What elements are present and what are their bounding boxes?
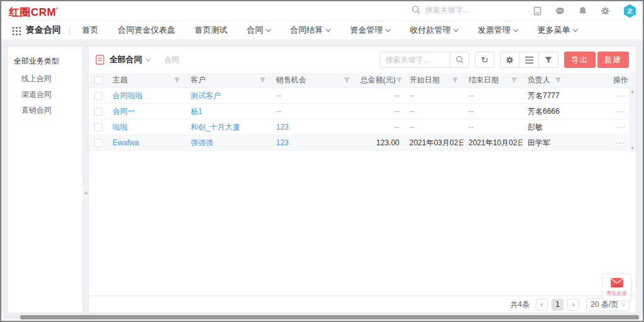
search-icon — [411, 5, 421, 14]
nav-item-home[interactable]: 首页 — [82, 25, 98, 36]
nav-item-fund-management[interactable]: 资金管理 — [350, 25, 390, 36]
table-row[interactable]: 啦啦 和创_十月大厦 123 -- -- -- 彭敏 ··· — [89, 119, 636, 135]
user-avatar[interactable]: 龙 — [623, 4, 636, 18]
contracts-table: 主题 客户 销售机会 总金额(元) 开始日期 结束日期 负责人 操作 合同啦啦 … — [89, 73, 636, 296]
row-checkbox[interactable] — [89, 108, 108, 116]
customer-link[interactable]: 强强强 — [186, 138, 271, 148]
filter-icon[interactable] — [511, 77, 518, 84]
chevron-down-icon — [326, 26, 331, 31]
table-row[interactable]: Ewafwa 强强强 123 123.00 2021年03月02日 2021年1… — [89, 135, 636, 151]
scroll-up-icon[interactable]: ▲ — [630, 88, 635, 95]
export-button[interactable]: 导出 — [564, 52, 596, 68]
filter-icon[interactable] — [343, 77, 350, 84]
select-all-checkbox[interactable] — [89, 76, 108, 84]
row-checkbox[interactable] — [89, 92, 108, 100]
row-more-icon[interactable]: ··· — [616, 124, 626, 130]
row-checkbox[interactable] — [89, 123, 108, 131]
owner-cell: 彭敏 — [523, 122, 567, 133]
nav-item-invoices[interactable]: 发票管理 — [477, 25, 518, 36]
subject-link[interactable]: 合同一 — [108, 106, 186, 117]
amount-cell: -- — [355, 123, 404, 131]
app-window: 红圈CRM° 龙 资金合同 | — [0, 0, 644, 322]
chat-icon[interactable] — [555, 6, 565, 16]
subject-link[interactable]: Ewafwa — [108, 138, 186, 147]
opportunity-link[interactable]: 123 — [271, 123, 355, 131]
sidebar-item-online-contract[interactable]: 线上合同 — [14, 71, 82, 87]
table-vertical-scrollbar[interactable]: ▲ ▼ — [629, 88, 636, 152]
view-selector[interactable]: 全部合同 — [109, 54, 150, 65]
feedback-button[interactable]: 意见反馈 — [602, 274, 631, 301]
row-checkbox[interactable] — [89, 139, 108, 147]
customer-link[interactable]: 杨1 — [186, 106, 271, 117]
opportunity-cell: -- — [271, 107, 355, 116]
subject-link[interactable]: 合同啦啦 — [108, 91, 186, 101]
bell-icon[interactable] — [578, 6, 587, 16]
filter-icon[interactable] — [555, 77, 562, 84]
prev-page-button[interactable]: ‹ — [536, 299, 548, 311]
filter-icon[interactable] — [452, 77, 458, 84]
chevron-down-icon — [266, 26, 271, 31]
nav-item-contract-settlement[interactable]: 合同结算 — [290, 25, 330, 36]
nav-item-contract[interactable]: 合同 — [247, 25, 270, 36]
global-search[interactable] — [411, 5, 480, 14]
customer-link[interactable]: 测试客户 — [186, 91, 271, 101]
column-header-opportunity: 销售机会 — [276, 75, 306, 86]
table-row[interactable]: 合同一 杨1 -- -- -- -- 芳名6666 ··· — [89, 104, 636, 119]
chevron-down-icon — [513, 26, 518, 31]
nav-item-home-test[interactable]: 首页测试 — [194, 25, 227, 36]
next-page-button[interactable]: › — [567, 299, 579, 311]
row-more-icon[interactable]: ··· — [616, 92, 626, 99]
owner-cell: 田学军 — [523, 138, 567, 148]
customer-link[interactable]: 和创_十月大厦 — [186, 122, 271, 133]
scroll-down-icon[interactable]: ▼ — [630, 145, 635, 152]
end-date-cell: 2021年10月02日 — [464, 138, 523, 148]
nav-item-more-menu[interactable]: 更多菜单 — [537, 25, 577, 36]
column-header-owner: 负责人 — [528, 75, 550, 86]
sidebar-item-all-types[interactable]: 全部业务类型 — [14, 56, 82, 67]
main-panel: 全部合同 合同 ↻ — [88, 46, 636, 313]
create-button[interactable]: 新建 — [597, 52, 629, 68]
filter-icon[interactable] — [396, 77, 402, 84]
feedback-label: 意见反馈 — [607, 290, 627, 297]
global-search-input[interactable] — [425, 6, 479, 14]
refresh-icon[interactable]: ↻ — [475, 52, 494, 68]
row-more-icon[interactable]: ··· — [616, 108, 626, 114]
sidebar-item-direct-contract[interactable]: 直销合同 — [14, 103, 82, 118]
apps-grid-icon[interactable] — [13, 26, 21, 35]
nav-item-dashboard[interactable]: 合同资金仪表盘 — [118, 25, 175, 36]
owner-cell: 芳名6666 — [523, 106, 567, 117]
row-more-icon[interactable]: ··· — [616, 140, 626, 146]
column-settings-icon[interactable] — [500, 52, 519, 68]
start-date-cell: -- — [404, 91, 464, 100]
module-title[interactable]: 资金合同 — [26, 25, 61, 36]
top-header: 红圈CRM° 龙 — [1, 1, 643, 21]
list-search-input[interactable] — [380, 52, 450, 67]
subject-link[interactable]: 啦啦 — [108, 122, 186, 133]
opportunity-link[interactable]: 123 — [271, 138, 355, 147]
start-date-cell: -- — [404, 123, 464, 131]
horizontal-scrollbar-thumb[interactable] — [20, 315, 639, 319]
nav-item-payments[interactable]: 收付款管理 — [409, 25, 458, 36]
end-date-cell: -- — [464, 91, 523, 100]
end-date-cell: -- — [464, 107, 523, 116]
column-header-start-date: 开始日期 — [409, 75, 440, 86]
list-view-icon[interactable] — [519, 52, 539, 68]
list-search — [380, 52, 469, 68]
filter-icon[interactable] — [174, 77, 180, 84]
notebook-icon[interactable] — [533, 6, 542, 16]
business-type-sidebar: 全部业务类型 线上合同 渠道合同 直销合同 — [7, 46, 83, 313]
amount-cell: 123.00 — [355, 138, 404, 147]
current-page[interactable]: 1 — [552, 299, 564, 311]
sidebar-item-channel-contract[interactable]: 渠道合同 — [14, 87, 82, 103]
amount-cell: -- — [355, 91, 404, 100]
column-header-actions: 操作 — [606, 75, 636, 86]
filter-icon[interactable] — [539, 52, 558, 68]
chevron-down-icon — [621, 301, 626, 306]
horizontal-scrollbar — [3, 315, 641, 319]
gear-icon[interactable] — [601, 6, 610, 16]
total-count: 共4条 — [510, 299, 530, 310]
table-row[interactable]: 合同啦啦 测试客户 -- -- -- -- 芳名7777 ··· — [89, 88, 636, 104]
search-icon[interactable] — [450, 52, 469, 67]
opportunity-cell: -- — [271, 91, 355, 100]
filter-icon[interactable] — [259, 77, 266, 84]
